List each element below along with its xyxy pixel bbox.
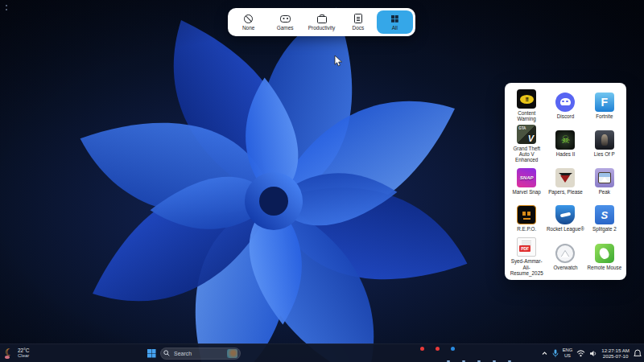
- app-item[interactable]: Marvel Snap: [507, 162, 546, 200]
- app-item[interactable]: Discord: [546, 87, 584, 125]
- weather-widget[interactable]: 22°C Clear: [2, 344, 31, 362]
- tray-overflow-chevron-icon[interactable]: [541, 350, 548, 356]
- filter-item-label: Games: [277, 26, 294, 31]
- app-item[interactable]: Hades II: [546, 125, 584, 163]
- app-item-label: Splitgate 2: [592, 226, 617, 232]
- app-item-label: Remote Mouse: [587, 265, 621, 270]
- microphone-icon[interactable]: [552, 349, 559, 358]
- notification-badge: [451, 347, 455, 351]
- pdf-icon: [517, 237, 536, 257]
- app-item[interactable]: Splitgate 2: [585, 200, 624, 238]
- search-icon: [163, 350, 170, 356]
- app-item-label: R.E.P.O.: [517, 226, 536, 232]
- app-item[interactable]: Lies Of P: [585, 125, 624, 163]
- notification-badge: [420, 347, 424, 351]
- notification-badge: [436, 347, 440, 351]
- splitgate-icon: [595, 205, 614, 224]
- prohibition-icon: [243, 14, 254, 24]
- app-item[interactable]: Papers, Please: [546, 162, 584, 200]
- wifi-icon[interactable]: [576, 350, 585, 357]
- hades-ii-icon: [555, 130, 575, 150]
- app-item[interactable]: Remote Mouse: [585, 237, 624, 276]
- mouse-cursor: [334, 55, 344, 68]
- docs-icon: [353, 14, 363, 24]
- rocket-league-icon: [555, 205, 575, 224]
- remote-mouse-icon: [595, 244, 614, 263]
- desktop-artifact: [6, 5, 8, 13]
- filter-item[interactable]: Games: [266, 10, 303, 34]
- running-indicator: [447, 360, 450, 362]
- fortnite-icon: [595, 93, 614, 112]
- overwatch-icon: [555, 244, 575, 263]
- taskbar: 22°C Clear: [0, 343, 644, 362]
- app-filter-toolbar: None Games Productivity Docs All: [228, 8, 415, 36]
- app-item[interactable]: Overwatch: [546, 237, 584, 276]
- app-grid-panel: Content Warning Discord Fortnite Grand T…: [505, 83, 626, 280]
- filter-item[interactable]: All: [377, 10, 413, 34]
- repo-icon: [517, 205, 536, 224]
- app-item-label: Fortnite: [596, 113, 613, 119]
- clock-time: 12:27:15 AM: [601, 348, 630, 353]
- content-warning-icon: [517, 89, 536, 109]
- gamepad-icon: [280, 14, 291, 24]
- search-input[interactable]: [172, 350, 225, 357]
- desktop: None Games Productivity Docs All Content…: [0, 0, 644, 362]
- running-indicator: [462, 360, 465, 362]
- grid-icon: [390, 14, 400, 24]
- papers-please-icon: [555, 168, 575, 187]
- search-box[interactable]: [160, 348, 241, 360]
- clock[interactable]: 12:27:15 AM 2025-07-10: [601, 348, 630, 360]
- language-line1: ENG: [563, 348, 573, 353]
- filter-item[interactable]: None: [230, 10, 266, 34]
- app-item-label: Grand Theft Auto V Enhanced: [508, 146, 546, 163]
- peak-icon: [595, 168, 614, 187]
- weather-temperature: 22°C: [18, 348, 30, 353]
- app-item[interactable]: Content Warning: [507, 87, 546, 125]
- gta-v-icon: [517, 125, 536, 144]
- taskbar-center: [145, 344, 516, 362]
- filter-item[interactable]: Productivity: [303, 10, 340, 34]
- app-item[interactable]: Peak: [585, 162, 624, 200]
- running-indicator: [508, 360, 511, 362]
- filter-item-label: All: [392, 26, 398, 31]
- app-item-label: Syed-Ammar-Ali-Resume_2025: [508, 258, 546, 276]
- app-item-label: Content Warning: [508, 110, 546, 121]
- running-indicator: [493, 360, 496, 362]
- clock-date: 2025-07-10: [603, 353, 629, 359]
- app-item[interactable]: Rocket League®: [546, 200, 584, 238]
- filter-item[interactable]: Docs: [340, 10, 376, 34]
- app-item-label: Rocket League®: [547, 226, 584, 232]
- language-line2: US: [564, 353, 571, 359]
- running-indicator: [477, 360, 481, 362]
- filter-item-label: Docs: [353, 26, 365, 31]
- app-item-label: Overwatch: [553, 265, 577, 270]
- taskbar-icons: [243, 347, 516, 360]
- clear-night-icon: [4, 348, 15, 360]
- weather-condition: Clear: [18, 353, 29, 359]
- lies-of-p-icon: [595, 130, 614, 150]
- filter-item-label: None: [242, 26, 255, 31]
- app-item[interactable]: Grand Theft Auto V Enhanced: [507, 125, 546, 163]
- app-item-label: Papers, Please: [548, 189, 583, 195]
- language-indicator[interactable]: ENG US: [563, 348, 573, 359]
- filter-item-label: Productivity: [308, 26, 336, 31]
- start-button[interactable]: [145, 347, 158, 360]
- app-item-label: Lies Of P: [594, 151, 615, 157]
- briefcase-icon: [316, 14, 327, 24]
- search-daily-image: [227, 349, 237, 358]
- system-tray: ENG US 12:27:15 AM 2025-07-10: [541, 344, 642, 362]
- app-item[interactable]: R.E.P.O.: [507, 200, 546, 238]
- speaker-icon[interactable]: [589, 350, 597, 357]
- app-item[interactable]: Syed-Ammar-Ali-Resume_2025: [507, 237, 546, 276]
- app-item[interactable]: Fortnite: [585, 87, 624, 125]
- app-item-label: Peak: [599, 189, 610, 195]
- marvel-snap-icon: [517, 168, 536, 187]
- app-item-label: Marvel Snap: [512, 189, 540, 195]
- notification-bell-icon[interactable]: [634, 349, 642, 358]
- discord-icon: [555, 93, 575, 112]
- app-item-label: Hades II: [556, 151, 575, 157]
- app-item-label: Discord: [557, 113, 574, 119]
